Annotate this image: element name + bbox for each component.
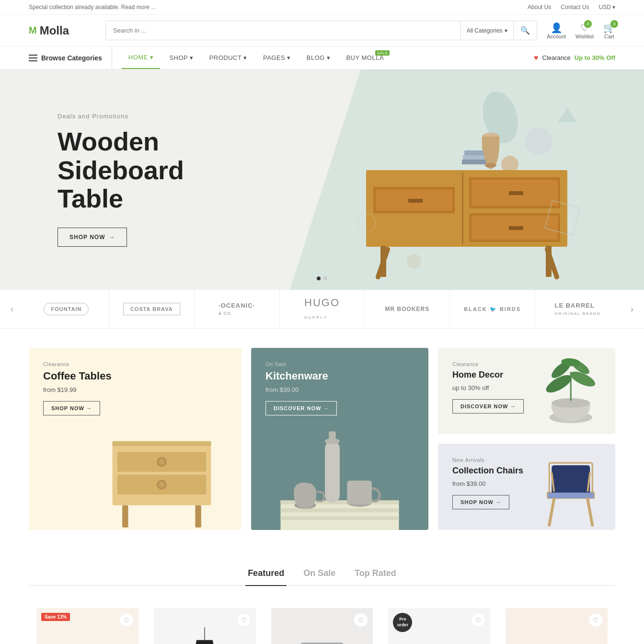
product-card-3[interactable]: ♡ 🛒 ⇌ Grey Armchair $79.99 [264, 600, 381, 644]
nav-clearance[interactable]: ♥ Clearance Up to 30% Off [534, 54, 615, 62]
product-grid: Save 13% ♡ 🛒 ⇌ Wooden Chair $29.99 [0, 600, 644, 644]
svg-rect-36 [195, 506, 201, 528]
svg-rect-27 [113, 441, 211, 506]
product-card-1[interactable]: Save 13% ♡ 🛒 ⇌ Wooden Chair $29.99 [29, 600, 146, 644]
header-actions: 👤 Account ♡ 0 Wishlist 🛒 0 Cart [547, 22, 615, 39]
brands-prev-button[interactable]: ‹ [0, 290, 24, 328]
banner-coffee-tables[interactable]: Clearance Coffee Tables from $19.99 SHOP… [29, 348, 242, 530]
product-image-4: Pre order ♡ 🛒 ⇌ [388, 608, 490, 644]
svg-rect-35 [122, 506, 128, 528]
svg-marker-68 [192, 640, 218, 644]
kitchenware-image [251, 412, 428, 530]
product-tabs-section: Featured On Sale Top Rated [0, 549, 644, 586]
svg-rect-17 [509, 191, 523, 195]
svg-rect-8 [463, 155, 484, 160]
svg-rect-39 [281, 508, 399, 512]
search-button[interactable]: 🔍 [513, 21, 537, 40]
wishlist-button[interactable]: ♡ 0 Wishlist [575, 22, 594, 39]
svg-point-31 [159, 459, 164, 465]
brand-le-barrel[interactable]: LE BARRELOriginal Brand [535, 290, 620, 328]
nav-blog[interactable]: BLOG ▾ [300, 46, 337, 69]
hamburger-icon [29, 55, 37, 61]
product-actions-2: ♡ [237, 613, 251, 627]
logo[interactable]: M Molla [29, 24, 96, 37]
tab-featured[interactable]: Featured [245, 564, 287, 586]
tab-on-sale[interactable]: On Sale [301, 564, 338, 586]
hero-dot-2[interactable] [323, 276, 327, 280]
banner-collection-chairs-btn[interactable]: Shop Now → [452, 495, 509, 509]
brand-hugo[interactable]: HuGoSUPPLY [279, 290, 365, 328]
svg-rect-28 [113, 441, 211, 446]
product-wishlist-2[interactable]: ♡ [237, 613, 251, 627]
product-card-2[interactable]: ♡ 🛒 ⇌ Pendant Light $49.99 [146, 600, 264, 644]
svg-marker-2 [558, 108, 577, 122]
main-nav: Browse Categories HOME ▾ SHOP ▾ PRODUCT … [0, 46, 644, 69]
brand-black-birds[interactable]: BLACK 🐦 BIRDS [449, 290, 535, 328]
product-actions-4: ♡ [471, 613, 485, 627]
banner-collection-chairs[interactable]: New Arrivals Collection Chairs from $39.… [438, 444, 615, 530]
banner-home-decor-btn[interactable]: Discover Now → [452, 399, 524, 414]
svg-point-3 [407, 254, 421, 268]
nav-product[interactable]: PRODUCT ▾ [203, 46, 254, 69]
search-category-dropdown[interactable]: All Categories ▾ [460, 21, 514, 40]
product-actions-5: ♡ [588, 613, 603, 627]
svg-rect-9 [464, 150, 483, 155]
svg-point-5 [485, 163, 496, 168]
wishlist-icon: ♡ 0 [580, 22, 589, 34]
svg-rect-41 [325, 441, 340, 503]
product-wishlist-4[interactable]: ♡ [471, 613, 485, 627]
about-us-link[interactable]: About Us [528, 4, 551, 11]
heart-icon: ♥ [534, 54, 539, 62]
announcement-text: Special collection already available. Re… [29, 4, 156, 11]
hero-cta-button[interactable]: SHOP NOW → [58, 228, 127, 247]
hero-subtitle: Deals and Promotions [58, 113, 249, 120]
brand-fountain[interactable]: FOUNTAIN [24, 290, 109, 328]
account-icon: 👤 [551, 22, 563, 34]
contact-us-link[interactable]: Contact Us [561, 4, 589, 11]
brand-costa-brava[interactable]: COSTA BRAVA [109, 290, 194, 328]
svg-point-34 [159, 482, 164, 487]
top-bar: Special collection already available. Re… [0, 0, 644, 15]
svg-rect-14 [408, 199, 423, 203]
cart-button[interactable]: 🛒 0 Cart [603, 22, 615, 39]
nav-buy-molla[interactable]: BUY MOLLA SALE [339, 46, 391, 69]
banner-collection-chairs-content: New Arrivals Collection Chairs from $39.… [438, 444, 615, 523]
hero-banner: Deals and Promotions Wooden Sideboard Ta… [0, 69, 644, 290]
product-actions-1: ♡ [119, 613, 134, 627]
nav-links: HOME ▾ SHOP ▾ PRODUCT ▾ PAGES ▾ BLOG ▾ B… [122, 46, 534, 69]
banner-home-decor[interactable]: Clearance Home Decor up to 30% off Disco… [438, 348, 615, 434]
nav-home[interactable]: HOME ▾ [122, 46, 161, 69]
banner-kitchenware[interactable]: On Sale Kitchenware from $39.00 Discover… [251, 348, 428, 530]
hero-dot-1[interactable] [317, 276, 321, 280]
product-actions-3: ♡ [354, 613, 368, 627]
banner-right-stack: Clearance Home Decor up to 30% off Disco… [438, 348, 615, 530]
nav-pages[interactable]: PAGES ▾ [256, 46, 298, 69]
brand-oceanic[interactable]: ·OCEANIC·& CO. [194, 290, 279, 328]
search-input[interactable] [106, 21, 460, 40]
browse-categories-button[interactable]: Browse Categories [29, 47, 112, 69]
product-wishlist-3[interactable]: ♡ [354, 613, 368, 627]
product-wishlist-5[interactable]: ♡ [588, 613, 603, 627]
product-card-4[interactable]: Pre order ♡ 🛒 ⇌ Modern Stool $59.99 [380, 600, 498, 644]
product-card-5[interactable]: ♡ 🛒 ⇌ Side Table $39.99 [498, 600, 615, 644]
banner-home-decor-content: Clearance Home Decor up to 30% off Disco… [438, 348, 615, 427]
banner-coffee-tables-btn[interactable]: SHOP NOW → [43, 401, 100, 415]
brands-next-button[interactable]: › [620, 290, 644, 328]
product-image-3: ♡ 🛒 ⇌ [271, 608, 373, 644]
nav-shop[interactable]: SHOP ▾ [162, 46, 200, 69]
brands-list: FOUNTAIN COSTA BRAVA ·OCEANIC·& CO. HuGo… [24, 290, 620, 328]
hero-title: Wooden Sideboard Table [58, 127, 249, 213]
product-wishlist-1[interactable]: ♡ [119, 613, 134, 627]
product-image-2: ♡ 🛒 ⇌ [154, 608, 256, 644]
brand-mr-bookers[interactable]: MR BOOKERS [364, 290, 449, 328]
hero-content: Deals and Promotions Wooden Sideboard Ta… [58, 113, 249, 246]
account-button[interactable]: 👤 Account [547, 22, 566, 39]
hero-product-image [318, 79, 606, 290]
top-bar-right: About Us Contact Us USD ▾ [528, 4, 615, 11]
banner-kitchenware-btn[interactable]: Discover Now → [265, 401, 337, 415]
tab-top-rated[interactable]: Top Rated [352, 564, 399, 586]
currency-selector[interactable]: USD ▾ [599, 4, 615, 11]
product-badge-1: Save 13% [41, 613, 70, 621]
coffee-table-image [82, 412, 242, 530]
svg-rect-40 [281, 516, 399, 520]
